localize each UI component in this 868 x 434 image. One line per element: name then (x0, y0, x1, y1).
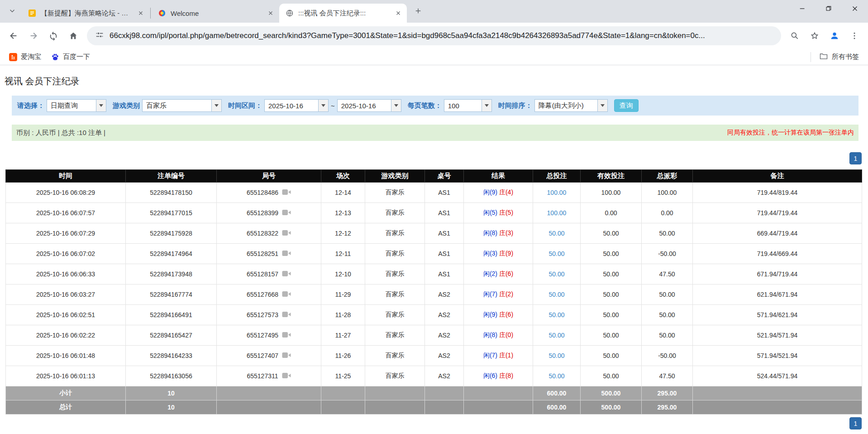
combo-arrow-icon[interactable] (318, 100, 328, 111)
bookmark-baidu[interactable]: 百度一下 (48, 51, 94, 63)
address-bar[interactable]: 66cxkj98.com/ipl/portal.php/game/betreco… (87, 26, 781, 45)
close-button[interactable] (842, 0, 868, 17)
cell-result: 闲(7) 庄(2) (464, 285, 533, 305)
browser-toolbar: 66cxkj98.com/ipl/portal.php/game/betreco… (0, 23, 868, 49)
records-body: 2025-10-16 06:08:29522894178150655128486… (6, 183, 862, 386)
window-controls (789, 0, 868, 17)
total-bet-link[interactable]: 50.00 (548, 372, 564, 380)
video-icon[interactable] (282, 250, 291, 258)
bet-records-table: 时间 注单编号 局号 场次 游戏类别 桌号 结果 总投注 有效投注 总派彩 备注… (5, 169, 862, 415)
total-bet-link[interactable]: 50.00 (548, 332, 564, 339)
url-text[interactable]: 66cxkj98.com/ipl/portal.php/game/betreco… (110, 31, 705, 40)
all-bookmarks-label: 所有书签 (832, 53, 859, 61)
cell-time: 2025-10-16 06:06:33 (6, 264, 126, 285)
subtotal-empty-cell (321, 386, 365, 400)
bookmark-star-icon[interactable] (806, 27, 824, 45)
sort-select[interactable]: 降幕(由大到小) (534, 99, 608, 112)
total-bet-link[interactable]: 50.00 (548, 230, 564, 237)
video-icon[interactable] (282, 352, 291, 360)
maximize-button[interactable] (816, 0, 842, 17)
result-player: 闲(2) (483, 270, 497, 277)
video-icon[interactable] (282, 311, 291, 319)
tab-close-icon[interactable] (136, 8, 146, 18)
total-payout: 295.00 (642, 400, 693, 415)
all-bookmarks-button[interactable]: 所有书签 (816, 50, 863, 64)
new-tab-button[interactable] (410, 4, 426, 19)
result-player: 闲(7) (483, 290, 497, 298)
total-bet-link[interactable]: 100.00 (547, 209, 567, 217)
home-button[interactable] (64, 27, 82, 45)
cell-game: 百家乐 (365, 346, 425, 366)
date-from-select[interactable]: 2025-10-16 (264, 99, 329, 112)
video-icon[interactable] (282, 372, 291, 380)
subtotal-row: 小计 10 600.00 500.00 295.00 (6, 386, 862, 400)
cell-game: 百家乐 (365, 203, 425, 223)
query-type-select[interactable]: 日期查询 (47, 99, 106, 112)
reload-button[interactable] (44, 27, 62, 45)
video-icon[interactable] (282, 189, 291, 197)
header-result: 结果 (464, 170, 533, 183)
result-player: 闲(3) (483, 250, 497, 257)
game-label: 游戏类别 (113, 101, 140, 110)
combo-arrow-icon[interactable] (211, 100, 221, 111)
total-bet-link[interactable]: 50.00 (548, 270, 564, 278)
forward-button[interactable] (24, 27, 43, 45)
cell-payout: 100.00 (642, 183, 693, 203)
video-icon[interactable] (282, 230, 291, 237)
tab-forum[interactable]: 【新提醒】海燕策略论坛 - 综合 (22, 4, 149, 23)
page-number-button[interactable]: 1 (849, 417, 862, 429)
header-game: 游戏类别 (365, 170, 425, 183)
table-row: 2025-10-16 06:01:13522894163056655127311… (6, 366, 862, 386)
select-label: 请选择： (17, 101, 44, 110)
back-button[interactable] (5, 27, 23, 45)
site-info-icon[interactable] (95, 30, 104, 41)
cell-total-bet: 50.00 (533, 305, 581, 325)
cell-result: 闲(5) 庄(5) (464, 203, 533, 223)
bookmark-aitaobao[interactable]: 爱淘宝 (5, 51, 45, 63)
cell-payout: 50.00 (642, 325, 693, 346)
date-to-select[interactable]: 2025-10-16 (337, 99, 401, 112)
tab-welcome[interactable]: Welcome (152, 4, 279, 23)
menu-icon[interactable] (845, 27, 863, 45)
combo-arrow-icon[interactable] (597, 100, 607, 111)
game-type-select[interactable]: 百家乐 (142, 99, 222, 112)
total-bet-link[interactable]: 50.00 (548, 352, 564, 359)
cell-bet-id: 522894165427 (126, 325, 217, 346)
per-page-value: 100 (444, 100, 482, 111)
profile-avatar[interactable] (825, 27, 844, 45)
cell-round: 655128486 (217, 183, 321, 203)
total-bet-link[interactable]: 50.00 (548, 311, 564, 318)
filter-game-type: 游戏类别 百家乐 (113, 99, 222, 112)
per-page-label: 每页笔数： (408, 101, 442, 110)
table-row: 2025-10-16 06:03:27522894167774655127668… (6, 285, 862, 305)
minimize-button[interactable] (789, 0, 816, 17)
cell-result: 闲(2) 庄(6) (464, 264, 533, 285)
combo-arrow-icon[interactable] (482, 100, 491, 111)
cell-table: AS2 (425, 366, 464, 386)
total-bet-link[interactable]: 50.00 (548, 291, 564, 298)
total-bet-link[interactable]: 50.00 (548, 250, 564, 257)
video-icon[interactable] (282, 291, 291, 299)
filter-sort: 时间排序： 降幕(由大到小) (498, 99, 608, 112)
page-number-button[interactable]: 1 (849, 152, 862, 164)
header-table: 桌号 (425, 170, 464, 183)
total-bet-link[interactable]: 100.00 (547, 189, 567, 196)
video-icon[interactable] (282, 209, 291, 217)
video-icon[interactable] (282, 270, 291, 278)
tab-close-icon[interactable] (266, 8, 276, 18)
result-player: 闲(5) (483, 209, 497, 216)
table-row: 2025-10-16 06:07:02522894174964655128251… (6, 244, 862, 264)
zoom-icon[interactable] (786, 27, 804, 45)
cell-game: 百家乐 (365, 264, 425, 285)
video-icon[interactable] (282, 332, 291, 339)
combo-arrow-icon[interactable] (391, 100, 401, 111)
tab-search-button[interactable] (5, 4, 20, 19)
table-row: 2025-10-16 06:07:29522894175928655128322… (6, 223, 862, 244)
tab-betrecord[interactable]: :::视讯 会员下注纪录::: (279, 4, 407, 23)
result-player: 闲(8) (483, 331, 497, 338)
per-page-select[interactable]: 100 (444, 99, 492, 112)
tab-close-icon[interactable] (393, 8, 403, 18)
combo-arrow-icon[interactable] (96, 100, 106, 111)
search-button[interactable]: 查询 (614, 99, 639, 112)
result-player: 闲(9) (483, 311, 497, 318)
